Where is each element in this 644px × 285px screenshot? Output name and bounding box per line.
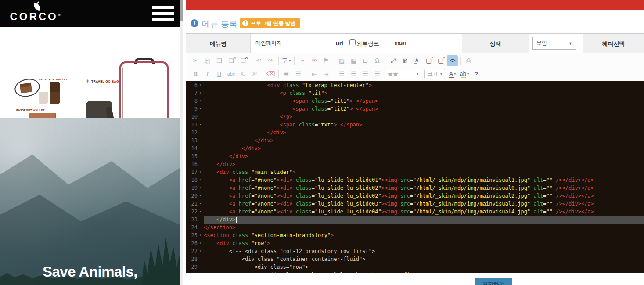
fold-caret-icon[interactable]: ▾ (198, 208, 204, 216)
product-slide[interactable]: NECKLACE WALLET PASSPORT WALLET ↟ TRAVEL… (0, 27, 180, 118)
code-line-19: 19▾ <a href="#none"><div class="lu_slide… (186, 184, 644, 192)
line-number: 19 (186, 184, 198, 192)
leaf-icon (32, 3, 41, 11)
subscript-icon[interactable]: X₂ (237, 69, 248, 79)
maximize-icon[interactable]: ⤢ (388, 55, 399, 66)
chevron-down-icon: ▾ (467, 72, 469, 76)
fold-caret-icon[interactable]: ▾ (198, 168, 204, 176)
hamburger-menu-icon[interactable] (152, 6, 174, 22)
new-comment-icon[interactable]: ▢+ (423, 55, 434, 66)
url-input[interactable] (391, 37, 439, 49)
italic-icon[interactable]: I (202, 69, 213, 79)
code-line-28: 28 <div class="container container-fluid… (186, 255, 644, 263)
highlight-color-icon[interactable]: ab▾ (459, 69, 470, 79)
fold-caret-icon[interactable]: ▾ (198, 97, 204, 105)
line-number: 21 (186, 200, 198, 208)
top-red-bar (186, 0, 644, 10)
find-replace-icon[interactable]: ⋒ (399, 55, 410, 66)
line-number: 12 (186, 129, 198, 137)
code-line-6: 6▾ <div class="txtwrap text-center"> (186, 81, 644, 89)
menu-name-input[interactable] (252, 37, 317, 49)
undo-icon[interactable]: ↶ (253, 55, 264, 66)
fold-caret-icon[interactable]: ▾ (198, 121, 204, 129)
necklace-wallet-pouch (20, 83, 32, 93)
paste-icon[interactable]: ❏ (214, 55, 225, 66)
site-logo[interactable]: CORCO® (9, 2, 61, 25)
chevron-down-icon: ▾ (440, 72, 442, 76)
strikethrough-icon[interactable]: abc (226, 69, 237, 79)
fold-caret-icon[interactable]: ▾ (198, 89, 204, 97)
code-text: <span class="tit1"> </span> (204, 97, 644, 105)
scrollbar-thumb[interactable] (180, 0, 183, 21)
font-dropdown[interactable]: 글꼴▾ (385, 69, 421, 79)
redo-icon[interactable]: ↷ (265, 55, 276, 66)
source-code-editor[interactable]: 6▾ <div class="txtwrap text-center">7▾ <… (186, 81, 644, 273)
print-icon[interactable]: ⎙ (463, 55, 474, 66)
font-dropdown-label: 글꼴 (388, 70, 398, 78)
bullet-list-icon[interactable]: ☰ (293, 69, 304, 79)
code-text: </div> (204, 160, 644, 168)
spellcheck-icon[interactable]: ABC✓▾ (281, 55, 292, 66)
chevron-down-icon: ▼ (568, 41, 572, 46)
code-text: </section> (204, 224, 644, 231)
bold-icon[interactable]: B (190, 69, 201, 79)
copy-icon[interactable]: ⎘ (202, 55, 213, 66)
fold-spacer (198, 271, 204, 273)
fold-caret-icon[interactable]: ▾ (198, 192, 204, 200)
horizontal-line-icon[interactable]: ⊟ (360, 55, 371, 66)
source-icon[interactable]: <> (447, 55, 458, 66)
cut-icon[interactable]: ✂ (190, 55, 201, 66)
link-icon[interactable]: ⚭ (297, 55, 308, 66)
fold-caret-icon[interactable]: ▾ (198, 231, 204, 239)
code-text: </p> (204, 113, 644, 121)
select-all-icon[interactable]: A (411, 55, 422, 66)
special-char-icon[interactable]: Ω (372, 55, 383, 66)
external-link-checkbox[interactable] (349, 39, 356, 45)
fold-caret-icon[interactable]: ▾ (198, 200, 204, 208)
align-right-icon[interactable]: ☰ (360, 69, 371, 79)
toolbar-separator (334, 70, 334, 78)
remove-format-icon[interactable]: ⌫ (265, 69, 276, 79)
fold-caret-icon[interactable]: ▾ (198, 239, 204, 247)
fold-caret-icon[interactable]: ▾ (198, 81, 204, 89)
text-color-icon[interactable]: A▾ (447, 69, 458, 79)
toolbar-separator (306, 70, 306, 78)
status-select[interactable]: 보임 ▼ (532, 37, 576, 50)
align-left-icon[interactable]: ☰ (336, 69, 347, 79)
align-center-icon[interactable]: ☰ (348, 69, 359, 79)
about-icon[interactable]: ? (471, 69, 482, 79)
table-icon[interactable]: ▦ (348, 55, 359, 66)
numbered-list-icon[interactable]: ≣ (281, 69, 292, 79)
remove-comment-icon[interactable]: ▢✕ (435, 55, 446, 66)
toolbar-separator (278, 70, 279, 78)
anchor-icon[interactable]: ⚑ (320, 55, 331, 66)
image-icon[interactable]: ▨ (336, 55, 347, 66)
fold-caret-icon[interactable]: ▾ (198, 176, 204, 184)
code-line-25: 25▾<section class="section-main-brandsto… (186, 231, 644, 239)
indent-icon[interactable]: ⇥ (320, 69, 331, 79)
unlink-icon[interactable]: ⚮ (309, 55, 320, 66)
program-link-help-button[interactable]: ? 프로그램 연동 방법 (240, 18, 300, 28)
superscript-icon[interactable]: X² (249, 69, 260, 79)
outdent-icon[interactable]: ⇤ (309, 69, 320, 79)
align-justify-icon[interactable]: ☰ (372, 69, 383, 79)
fold-spacer (198, 152, 204, 160)
paste-word-icon[interactable]: ❏W (237, 55, 248, 66)
line-number: 14 (186, 144, 198, 152)
code-text: <!-- <div class="col-12 brandstory_row_f… (204, 247, 644, 255)
fold-spacer (198, 160, 204, 168)
line-number: 8 (186, 97, 198, 105)
toolbar-separator (251, 57, 251, 65)
fold-caret-icon[interactable]: ▾ (198, 247, 204, 255)
line-number: 16 (186, 160, 198, 168)
fold-caret-icon[interactable]: ▾ (198, 105, 204, 113)
fold-caret-icon[interactable]: ▾ (198, 184, 204, 192)
info-icon: i (191, 19, 198, 27)
fold-spacer (198, 113, 204, 121)
underline-icon[interactable]: U (214, 69, 225, 79)
paste-text-icon[interactable]: ❏A (226, 55, 237, 66)
size-dropdown[interactable]: 크기▾ (424, 69, 445, 79)
menu-form-row: 메뉴명 url 외부링크 상태 보임 ▼ 헤더선택 (186, 33, 644, 54)
save-button[interactable]: 저장하기 (475, 278, 512, 285)
text-cursor (236, 217, 237, 223)
